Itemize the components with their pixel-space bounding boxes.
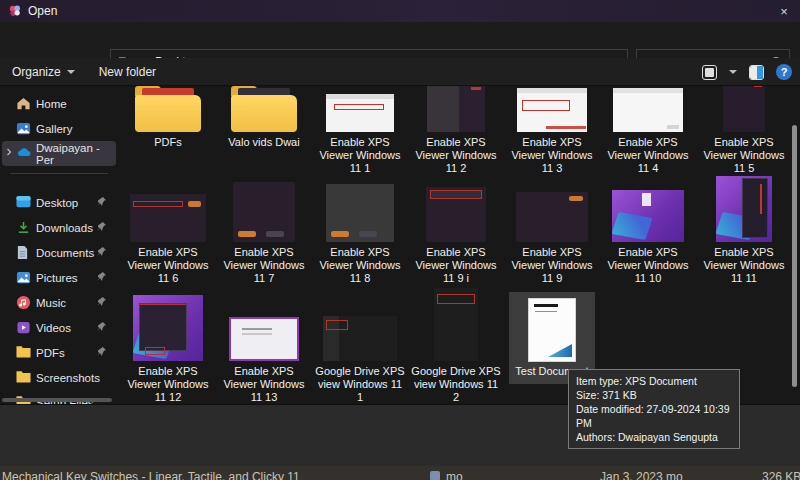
- sidebar-item-gallery[interactable]: Gallery: [2, 116, 116, 141]
- app-icon: [8, 4, 22, 18]
- sidebar-item-screenshots[interactable]: Screenshots: [2, 365, 116, 390]
- file-item[interactable]: Enable XPS Viewer Windows 11 9 i: [408, 184, 504, 285]
- sidebar-item-desktop[interactable]: Desktop: [2, 190, 116, 215]
- sidebar-item-downloads[interactable]: Downloads: [2, 215, 116, 240]
- file-label: Enable XPS Viewer Windows 11 13: [218, 365, 310, 404]
- sidebar-item-label: Screenshots: [36, 372, 100, 384]
- file-thumbnail: [723, 86, 765, 132]
- sidebar-divider: [10, 173, 108, 174]
- file-thumbnail: [516, 192, 588, 242]
- organize-label: Organize: [12, 65, 61, 79]
- pin-icon: [96, 321, 108, 333]
- file-item[interactable]: Enable XPS Viewer Windows 11 2: [408, 86, 504, 175]
- file-thumbnail: [613, 88, 683, 132]
- file-item[interactable]: Enable XPS Viewer Windows 11 12: [120, 286, 216, 404]
- pin-icon: [96, 296, 108, 308]
- downloads-icon: [16, 220, 31, 235]
- background-file-icon: [430, 471, 440, 480]
- sidebar-item-home[interactable]: Home: [2, 91, 116, 116]
- file-label: Enable XPS Viewer Windows 11 7: [218, 246, 310, 285]
- file-thumbnail: [229, 317, 299, 361]
- file-info-tooltip: Item type: XPS Document Size: 371 KB Dat…: [568, 369, 740, 449]
- sidebar-item-label: PDFs: [36, 347, 65, 359]
- sidebar-item-pdfs[interactable]: PDFs: [2, 340, 116, 365]
- pin-icon: [96, 221, 108, 233]
- background-file-name: Mechanical Key Switches - Linear, Tactil…: [2, 470, 300, 480]
- background-file-size: 326 KB: [762, 470, 800, 480]
- sidebar-item-label: Home: [36, 98, 67, 110]
- preview-pane-icon[interactable]: [749, 65, 764, 80]
- file-item[interactable]: Enable XPS Viewer Windows 11 7: [216, 184, 312, 285]
- onedrive-icon: [16, 146, 31, 161]
- background-file-date: Jan 3, 2023 mo: [600, 470, 683, 480]
- tooltip-date-modified: Date modified: 27-09-2024 10:39 PM: [576, 402, 732, 430]
- file-label: Enable XPS Viewer Windows 11 3: [506, 136, 598, 175]
- file-label: Enable XPS Viewer Windows 11 4: [602, 136, 694, 175]
- file-item[interactable]: Enable XPS Viewer Windows 11 4: [600, 86, 696, 175]
- close-button[interactable]: ×: [768, 0, 800, 22]
- sidebar-item-pictures[interactable]: Pictures: [2, 265, 116, 290]
- pictures-icon: [16, 270, 31, 285]
- folder-icon: [16, 370, 31, 385]
- vertical-scrollbar[interactable]: [792, 125, 797, 387]
- file-label: Enable XPS Viewer Windows 11 1: [314, 136, 406, 175]
- file-label: Valo vids Dwai: [228, 136, 299, 149]
- sidebar-item-label: Gallery: [36, 123, 72, 135]
- tooltip-size: Size: 371 KB: [576, 388, 732, 402]
- file-item[interactable]: Enable XPS Viewer Windows 11 8: [312, 184, 408, 285]
- file-item[interactable]: Valo vids Dwai: [216, 86, 312, 175]
- tooltip-item-type: Item type: XPS Document: [576, 374, 732, 388]
- file-thumbnail: [133, 295, 203, 361]
- file-item[interactable]: Google Drive XPS view Windows 11 1: [312, 286, 408, 404]
- file-thumbnail: [233, 182, 295, 242]
- sidebar-item-label: Pictures: [36, 272, 78, 284]
- sidebar-item-label: Desktop: [36, 197, 78, 209]
- pin-icon: [96, 246, 108, 258]
- file-item[interactable]: PDFs: [120, 86, 216, 175]
- pin-icon: [96, 271, 108, 283]
- file-thumbnail: [517, 88, 587, 132]
- music-icon: [16, 295, 31, 310]
- file-label: Enable XPS Viewer Windows 11 2: [410, 136, 502, 175]
- desktop-icon: [16, 195, 31, 210]
- file-item[interactable]: Enable XPS Viewer Windows 11 1: [312, 86, 408, 175]
- command-bar: Organize New folder ?: [0, 58, 800, 86]
- organize-button[interactable]: Organize: [0, 58, 87, 85]
- new-folder-button[interactable]: New folder: [87, 58, 168, 85]
- file-item[interactable]: Enable XPS Viewer Windows 11 10: [600, 184, 696, 285]
- sidebar-item-documents[interactable]: Documents: [2, 240, 116, 265]
- annotation-mark: [145, 347, 165, 355]
- file-label: Google Drive XPS view Windows 11 2: [410, 365, 502, 404]
- file-item[interactable]: Enable XPS Viewer Windows 11 9: [504, 184, 600, 285]
- xps-document-thumbnail: [529, 299, 575, 361]
- sidebar-item-onedrive[interactable]: Dwaipayan - Per: [2, 141, 116, 166]
- file-item[interactable]: Enable XPS Viewer Windows 11 3: [504, 86, 600, 175]
- file-label: Google Drive XPS view Windows 11 1: [314, 365, 406, 404]
- file-thumbnail: [326, 94, 394, 132]
- file-item[interactable]: Enable XPS Viewer Windows 11 5: [696, 86, 792, 175]
- file-label: Enable XPS Viewer Windows 11 8: [314, 246, 406, 285]
- pin-icon: [96, 346, 108, 358]
- file-item[interactable]: Enable XPS Viewer Windows 11 13: [216, 286, 312, 404]
- help-icon[interactable]: ?: [776, 64, 792, 80]
- file-thumbnail: [130, 194, 206, 242]
- file-label: Enable XPS Viewer Windows 11 9: [506, 246, 598, 285]
- tooltip-authors: Authors: Dwaipayan Sengupta: [576, 430, 732, 444]
- sidebar-item-label: Downloads: [36, 222, 93, 234]
- folder-thumbnail: [135, 86, 201, 132]
- view-mode-caret-icon[interactable]: [729, 70, 737, 74]
- file-thumbnail: [612, 190, 684, 242]
- sidebar-item-music[interactable]: Music: [2, 290, 116, 315]
- sidebar-item-label: Music: [36, 297, 66, 309]
- sidebar-item-videos[interactable]: Videos: [2, 315, 116, 340]
- sidebar-horizontal-scrollbar[interactable]: [2, 398, 112, 402]
- file-thumbnail: [426, 187, 486, 242]
- file-list: PDFs Valo vids Dwai Enable XPS Viewer Wi…: [120, 86, 792, 404]
- file-label: Enable XPS Viewer Windows 11 12: [122, 365, 214, 404]
- file-item[interactable]: Google Drive XPS view Windows 11 2: [408, 286, 504, 404]
- view-mode-icon[interactable]: [702, 65, 717, 80]
- expander-chevron-icon[interactable]: [4, 147, 16, 159]
- file-item[interactable]: Enable XPS Viewer Windows 11 11: [696, 184, 792, 285]
- file-item[interactable]: Enable XPS Viewer Windows 11 6: [120, 184, 216, 285]
- new-folder-label: New folder: [99, 65, 156, 79]
